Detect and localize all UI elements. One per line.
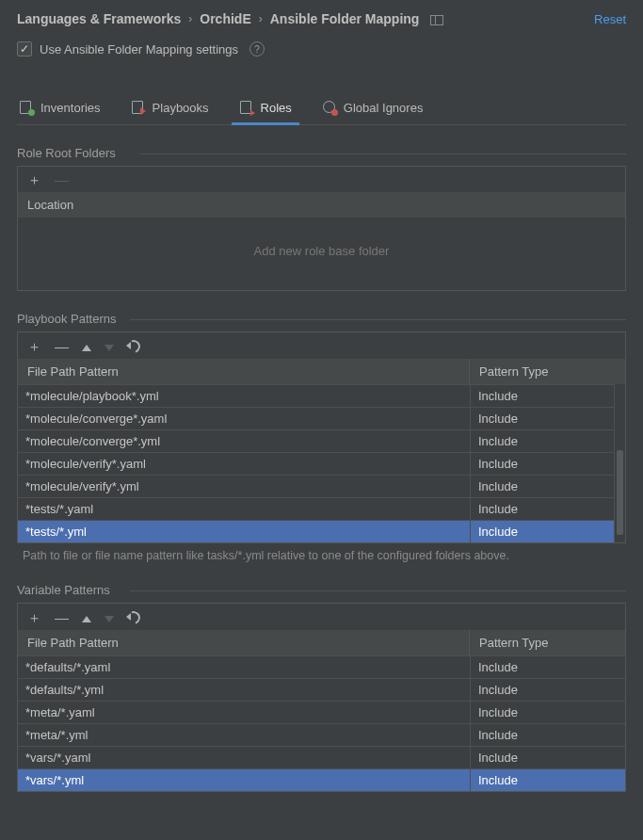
tab-label: Inventories	[40, 101, 101, 115]
remove-button[interactable]: —	[55, 172, 69, 186]
add-button[interactable]: ＋	[27, 172, 41, 186]
remove-button[interactable]: —	[55, 339, 69, 353]
playbook-patterns-panel: ＋ — File Path Pattern Pattern Type *mole…	[17, 331, 626, 543]
table-row[interactable]: *tests/*.yamlInclude	[18, 497, 625, 520]
role-root-placeholder[interactable]: Add new role base folder	[18, 218, 625, 290]
table-row[interactable]: *defaults/*.ymlInclude	[18, 678, 625, 701]
table-row[interactable]: *molecule/playbook*.ymlInclude	[18, 384, 625, 407]
scrollbar[interactable]	[614, 384, 625, 542]
column-location: Location	[18, 192, 625, 218]
add-button[interactable]: ＋	[27, 610, 41, 624]
cell-path: *molecule/verify*.yml	[18, 476, 470, 497]
table-row[interactable]: *molecule/converge*.yamlInclude	[18, 407, 625, 429]
tab-label: Global Ignores	[344, 101, 424, 115]
tab-global-ignores[interactable]: Global Ignores	[320, 92, 426, 124]
roles-icon	[239, 100, 254, 115]
cell-type: Include	[470, 656, 625, 678]
playbooks-icon	[131, 100, 146, 115]
use-mapping-label: Use Ansible Folder Mapping settings	[40, 42, 238, 57]
role-root-panel: ＋ — Location Add new role base folder	[17, 166, 626, 291]
move-down-button[interactable]	[104, 339, 114, 353]
playbook-header: File Path Pattern Pattern Type	[18, 359, 625, 384]
table-row[interactable]: *vars/*.yamlInclude	[18, 746, 625, 768]
breadcrumb-seg-languages[interactable]: Languages & Frameworks	[17, 11, 181, 26]
cell-type: Include	[470, 385, 625, 407]
breadcrumb-seg-mapping[interactable]: Ansible Folder Mapping	[270, 11, 420, 26]
tab-inventories[interactable]: Inventories	[17, 92, 103, 124]
variable-patterns-title: Variable Patterns	[17, 583, 626, 597]
cell-path: *molecule/verify*.yaml	[18, 453, 470, 475]
table-row[interactable]: *defaults/*.yamlInclude	[18, 655, 625, 678]
cell-path: *defaults/*.yml	[18, 679, 470, 701]
move-down-button[interactable]	[104, 610, 114, 624]
breadcrumb: Languages & Frameworks › OrchidE › Ansib…	[17, 0, 626, 36]
tabs: Inventories Playbooks Roles Global Ignor…	[17, 92, 626, 125]
cell-path: *defaults/*.yaml	[18, 656, 470, 678]
global-ignores-icon	[322, 100, 337, 115]
playbook-rows: *molecule/playbook*.ymlInclude*molecule/…	[18, 384, 625, 542]
cell-path: *molecule/converge*.yaml	[18, 408, 470, 429]
move-up-button[interactable]	[82, 339, 91, 353]
table-row[interactable]: *molecule/converge*.ymlInclude	[18, 429, 625, 452]
move-up-button[interactable]	[82, 610, 91, 624]
table-row[interactable]: *meta/*.yamlInclude	[18, 701, 625, 723]
playbook-patterns-title: Playbook Patterns	[17, 312, 626, 326]
cell-type: Include	[470, 724, 625, 746]
undo-icon	[127, 338, 140, 351]
cell-type: Include	[470, 476, 625, 497]
variable-header: File Path Pattern Pattern Type	[18, 630, 625, 655]
cell-type: Include	[470, 408, 625, 429]
revert-button[interactable]	[127, 609, 140, 624]
column-file-path: File Path Pattern	[18, 359, 470, 384]
revert-button[interactable]	[127, 338, 140, 353]
cell-type: Include	[470, 747, 625, 768]
reset-link[interactable]: Reset	[594, 12, 626, 26]
cell-path: *vars/*.yaml	[18, 747, 470, 768]
cell-type: Include	[470, 453, 625, 475]
cell-type: Include	[470, 679, 625, 701]
tab-roles[interactable]: Roles	[237, 92, 294, 124]
table-row[interactable]: *meta/*.ymlInclude	[18, 723, 625, 746]
table-row[interactable]: *tests/*.ymlInclude	[18, 520, 625, 542]
cell-type: Include	[470, 498, 625, 520]
playbook-hint: Path to file or file name pattern like t…	[17, 549, 626, 562]
variable-toolbar: ＋ —	[18, 604, 625, 630]
column-pattern-type: Pattern Type	[470, 630, 625, 655]
table-row[interactable]: *molecule/verify*.yamlInclude	[18, 452, 625, 475]
cell-type: Include	[470, 430, 625, 452]
cell-type: Include	[470, 521, 625, 542]
use-mapping-row: ✓ Use Ansible Folder Mapping settings ?	[17, 36, 626, 75]
cell-path: *tests/*.yaml	[18, 498, 470, 520]
table-row[interactable]: *vars/*.ymlInclude	[18, 768, 625, 791]
scrollbar-thumb[interactable]	[617, 450, 623, 535]
cell-path: *vars/*.yml	[18, 769, 470, 791]
cell-type: Include	[470, 702, 625, 723]
tab-label: Roles	[261, 101, 292, 115]
column-pattern-type: Pattern Type	[470, 359, 625, 384]
cell-type: Include	[470, 769, 625, 791]
cell-path: *tests/*.yml	[18, 521, 470, 542]
add-button[interactable]: ＋	[27, 339, 41, 353]
role-root-toolbar: ＋ —	[18, 167, 625, 192]
use-mapping-checkbox[interactable]: ✓	[17, 41, 32, 57]
variable-rows: *defaults/*.yamlInclude*defaults/*.ymlIn…	[18, 655, 625, 791]
remove-button[interactable]: —	[55, 610, 69, 624]
undo-icon	[127, 609, 140, 622]
inventories-icon	[19, 100, 34, 115]
playbook-toolbar: ＋ —	[18, 332, 625, 359]
role-root-title: Role Root Folders	[17, 146, 626, 160]
table-row[interactable]: *molecule/verify*.ymlInclude	[18, 475, 625, 497]
tab-playbooks[interactable]: Playbooks	[129, 92, 211, 124]
cell-path: *molecule/converge*.yml	[18, 430, 470, 452]
chevron-right-icon: ›	[188, 12, 192, 25]
chevron-right-icon: ›	[259, 12, 263, 25]
cell-path: *meta/*.yml	[18, 724, 470, 746]
column-file-path: File Path Pattern	[18, 630, 470, 655]
cell-path: *molecule/playbook*.yml	[18, 385, 470, 407]
expand-layout-icon[interactable]	[430, 15, 443, 25]
tab-label: Playbooks	[153, 101, 209, 115]
variable-patterns-panel: ＋ — File Path Pattern Pattern Type *defa…	[17, 603, 626, 792]
cell-path: *meta/*.yaml	[18, 702, 470, 723]
help-icon[interactable]: ?	[249, 41, 265, 57]
breadcrumb-seg-orchide[interactable]: OrchidE	[200, 11, 250, 26]
